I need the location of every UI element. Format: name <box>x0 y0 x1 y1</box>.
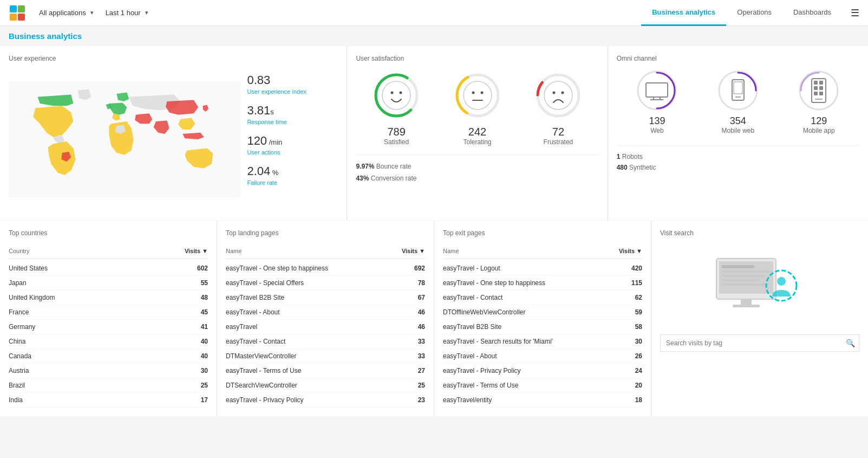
bottom-row: Top countries Country Visits ▼ United St… <box>0 221 868 416</box>
svg-rect-46 <box>733 305 760 307</box>
table-row: easyTravel - Terms of Use20 <box>443 378 642 393</box>
satisfied-circle: 789 Satisfied <box>372 71 421 146</box>
table-row: easyTravel - About46 <box>226 305 425 320</box>
user-experience-panel: User experience <box>0 46 347 220</box>
svg-rect-33 <box>819 81 823 85</box>
table-row: easyTravel - Special Offers78 <box>226 276 425 291</box>
table-row: China40 <box>9 334 208 349</box>
table-row: Austria30 <box>9 364 208 378</box>
omni-icons: 139 Web 354 Mobile web <box>617 69 859 134</box>
table-row: easyTravel/entity18 <box>443 393 642 408</box>
svg-point-7 <box>382 81 410 109</box>
table-row: easyTravel - Privacy Policy23 <box>226 393 425 408</box>
app-logo[interactable] <box>9 4 26 22</box>
table-row: Germany41 <box>9 320 208 334</box>
svg-point-18 <box>544 81 572 109</box>
tolerating-circle: 242 Tolerating <box>453 71 502 146</box>
search-icon[interactable]: 🔍 <box>846 339 855 347</box>
table-row: DTOfflineWebViewController59 <box>443 305 642 320</box>
svg-rect-35 <box>819 86 823 90</box>
table-row: easyTravel - Logout420 <box>443 261 642 276</box>
svg-point-12 <box>464 81 492 109</box>
exit-pages-title: Top exit pages <box>443 229 642 237</box>
omni-mobile-app: 129 Mobile app <box>797 69 840 134</box>
table-row: Japan55 <box>9 276 208 291</box>
svg-point-25 <box>719 72 757 109</box>
time-selector-arrow: ▼ <box>144 10 149 16</box>
svg-rect-28 <box>734 82 742 94</box>
svg-rect-40 <box>722 265 754 268</box>
table-row: Canada40 <box>9 349 208 364</box>
table-row: India17 <box>9 393 208 408</box>
svg-rect-32 <box>814 81 818 85</box>
ux-panel-title: User experience <box>9 55 338 62</box>
conversion-rate: 43% Conversion rate <box>356 172 598 184</box>
user-satisfaction-panel: User satisfaction 789 Satisfied <box>347 46 607 220</box>
svg-rect-42 <box>722 275 765 277</box>
app-selector[interactable]: All applications ▼ <box>39 9 95 17</box>
table-row: France45 <box>9 305 208 320</box>
page-title: Business analytics <box>9 31 82 41</box>
visit-search-title: Visit search <box>660 229 859 237</box>
stat-user-actions: 120 /min User actions <box>247 134 338 156</box>
visit-search-panel: Visit search <box>651 221 868 416</box>
tab-dashboards[interactable]: Dashboards <box>782 0 842 26</box>
satisfaction-metrics: 9.97% Bounce rate 43% Conversion rate <box>356 154 598 184</box>
top-navigation: All applications ▼ Last 1 hour ▼ Busines… <box>0 0 868 26</box>
svg-point-8 <box>391 92 394 94</box>
hamburger-menu[interactable]: ☰ <box>851 7 859 19</box>
svg-point-21 <box>638 72 676 109</box>
svg-point-48 <box>777 277 786 286</box>
top-row: User experience <box>0 46 868 220</box>
svg-rect-1 <box>18 5 25 12</box>
omni-channel-panel: Omni channel 139 Web <box>608 46 868 220</box>
exit-pages-header: Name Visits ▼ <box>443 243 642 259</box>
search-visits-input[interactable] <box>660 334 859 352</box>
top-landing-pages-panel: Top landing pages Name Visits ▼ easyTrav… <box>217 221 434 416</box>
omni-web: 139 Web <box>635 69 678 134</box>
table-row: easyTravel - Contact62 <box>443 291 642 305</box>
omni-bottom-stats: 1 Robots 480 Synthetic <box>617 145 859 173</box>
satisfaction-panel-title: User satisfaction <box>356 55 598 62</box>
table-row: easyTravel B2B Site58 <box>443 320 642 334</box>
nav-tabs: Business analytics Operations Dashboards… <box>641 0 859 26</box>
top-countries-title: Top countries <box>9 229 208 237</box>
svg-point-29 <box>800 72 838 109</box>
table-row: easyTravel - One step to happiness115 <box>443 276 642 291</box>
svg-rect-3 <box>18 14 25 21</box>
table-row: easyTravel - Search results for 'Miami'3… <box>443 334 642 349</box>
svg-rect-45 <box>741 299 752 305</box>
tab-operations[interactable]: Operations <box>726 0 782 26</box>
svg-rect-0 <box>10 5 17 12</box>
app-selector-arrow: ▼ <box>89 10 95 16</box>
stat-failure-rate: 2.04 % Failure rate <box>247 164 338 186</box>
svg-rect-2 <box>10 14 17 21</box>
landing-pages-table-body: easyTravel - One step to happiness692eas… <box>226 261 425 408</box>
satisfaction-circles: 789 Satisfied 242 Tolerating <box>356 71 598 146</box>
search-illustration <box>660 248 859 324</box>
omni-channel-title: Omni channel <box>617 55 859 62</box>
top-exit-pages-panel: Top exit pages Name Visits ▼ easyTravel … <box>434 221 651 416</box>
landing-pages-header: Name Visits ▼ <box>226 243 425 259</box>
time-selector[interactable]: Last 1 hour ▼ <box>106 9 149 17</box>
ux-stats: 0.83 User experience index 3.81s Respons… <box>240 73 338 211</box>
svg-point-19 <box>552 92 555 94</box>
table-row: DTMasterViewController33 <box>226 349 425 364</box>
search-input-wrap: 🔍 <box>660 334 859 352</box>
table-row: easyTravel46 <box>226 320 425 334</box>
table-row: easyTravel - Privacy Policy24 <box>443 364 642 378</box>
frustrated-circle: 72 Frustrated <box>534 71 583 146</box>
table-row: easyTravel - Terms of Use27 <box>226 364 425 378</box>
table-row: United States602 <box>9 261 208 276</box>
table-row: easyTravel - One step to happiness692 <box>226 261 425 276</box>
world-map <box>9 69 240 211</box>
table-row: easyTravel B2B Site67 <box>226 291 425 305</box>
tab-business-analytics[interactable]: Business analytics <box>641 0 726 26</box>
bounce-rate: 9.97% Bounce rate <box>356 160 598 172</box>
svg-point-14 <box>480 92 483 94</box>
table-row: Brazil25 <box>9 378 208 393</box>
table-row: DTSearchViewController25 <box>226 378 425 393</box>
exit-pages-table-body: easyTravel - Logout420easyTravel - One s… <box>443 261 642 408</box>
svg-rect-37 <box>819 92 823 95</box>
landing-pages-title: Top landing pages <box>226 229 425 237</box>
